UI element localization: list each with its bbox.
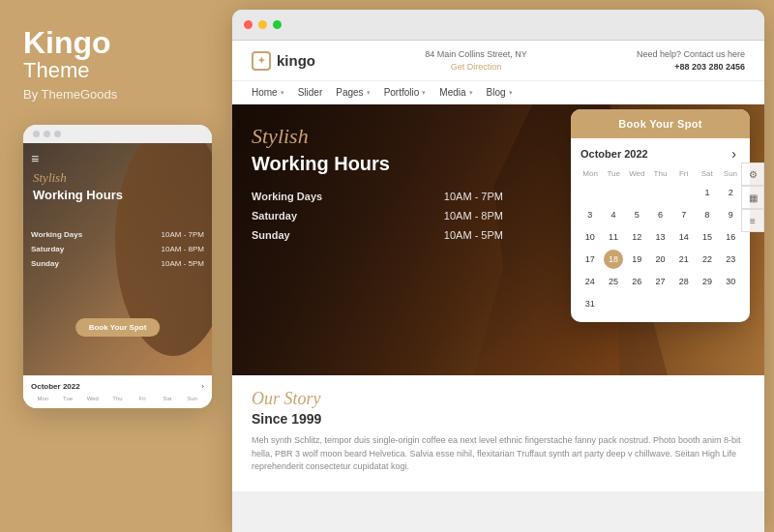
brand-by: By ThemeGoods: [23, 87, 209, 102]
calendar-next-button[interactable]: ›: [728, 146, 740, 162]
cal-cell-22[interactable]: 22: [698, 250, 717, 269]
cal-cell-10[interactable]: 10: [580, 227, 600, 247]
mini-calendar-grid: Mon Tue Wed Thu Fri Sat Sun: [31, 395, 204, 402]
side-icon-3[interactable]: ≡: [741, 209, 764, 232]
hours-row-3: Sunday 10AM - 5PM: [252, 229, 503, 241]
mini-calendar-month: October 2022: [31, 382, 80, 391]
cal-cell-15[interactable]: 15: [698, 227, 717, 247]
cal-header-thu: Thu: [648, 167, 671, 180]
mini-time-3: 10AM - 5PM: [162, 259, 204, 268]
cal-header-mon: Mon: [579, 167, 602, 180]
mini-day-header-fri: Fri: [131, 395, 155, 402]
mini-hamburger-icon[interactable]: ≡: [31, 151, 39, 166]
cal-cell-27[interactable]: 27: [650, 272, 670, 291]
cal-cell-29[interactable]: 29: [698, 272, 717, 291]
story-section: Our Story Since 1999 Meh synth Schlitz, …: [232, 375, 764, 491]
calendar-header: October 2022 ›: [571, 138, 750, 165]
calendar-days: 1 2 3 4 5 6 7 8 9 10 11 12 13: [579, 182, 742, 314]
mini-content: ≡ Stylish Working Hours Working Days 10A…: [23, 143, 212, 375]
nav-media[interactable]: Media ▾: [439, 87, 472, 98]
nav-portfolio[interactable]: Portfolio ▾: [384, 87, 427, 98]
mini-day-1: Working Days: [31, 230, 82, 239]
cal-cell-7[interactable]: 7: [674, 205, 694, 224]
mini-day-header-wed: Wed: [80, 395, 104, 402]
right-panel: ✦ kingo 84 Main Collins Street, NY Get D…: [232, 10, 764, 532]
browser-dot-yellow[interactable]: [258, 20, 267, 29]
book-spot-button[interactable]: Book Your Spot: [571, 109, 750, 138]
nav-portfolio-arrow: ▾: [422, 89, 426, 97]
cal-cell-4[interactable]: 4: [604, 205, 623, 224]
cal-cell-8[interactable]: 8: [698, 205, 717, 224]
mini-time-2: 10AM - 8PM: [162, 245, 204, 253]
hours-row-1: Working Days 10AM - 7PM: [252, 191, 503, 202]
cal-cell-6[interactable]: 6: [650, 205, 670, 224]
cal-cell-17[interactable]: 17: [580, 250, 600, 269]
browser-chrome: [232, 10, 764, 41]
nav-media-label: Media: [439, 87, 465, 98]
browser-dot-green[interactable]: [273, 20, 282, 29]
cal-cell-16[interactable]: 16: [721, 227, 740, 247]
hero-working-hours-label: Working Hours: [252, 153, 503, 175]
cal-cell-1[interactable]: 1: [698, 183, 717, 202]
cal-cell-19[interactable]: 19: [627, 250, 646, 269]
cal-cell-5[interactable]: 5: [627, 205, 646, 224]
cal-cell-12[interactable]: 12: [627, 227, 646, 247]
brand-subtitle: Theme: [23, 58, 209, 83]
calendar-day-headers: Mon Tue Wed Thu Fri Sat Sun: [579, 167, 742, 180]
site-logo: ✦ kingo: [252, 51, 315, 71]
nav-slider-label: Slider: [298, 87, 323, 98]
cal-cell-21[interactable]: 21: [674, 250, 694, 269]
cal-cell-empty-10: [698, 294, 717, 313]
mini-dot-2: [44, 131, 50, 137]
side-icon-2[interactable]: ▦: [741, 186, 764, 209]
phone-label: Need help? Contact us here: [637, 48, 745, 61]
cal-cell-empty-8: [650, 294, 670, 313]
site-logo-text: kingo: [277, 52, 315, 69]
website-content: ✦ kingo 84 Main Collins Street, NY Get D…: [232, 41, 764, 532]
cal-cell-28[interactable]: 28: [674, 272, 694, 291]
nav-pages-label: Pages: [336, 87, 363, 98]
cal-cell-31[interactable]: 31: [580, 294, 600, 313]
browser-dot-red[interactable]: [244, 20, 253, 29]
phone-number: +88 203 280 2456: [637, 61, 745, 74]
cal-header-wed: Wed: [625, 167, 648, 180]
cal-cell-14[interactable]: 14: [674, 227, 694, 247]
hours-time-2: 10AM - 8PM: [444, 210, 503, 222]
mini-day-header-sun: Sun: [180, 395, 204, 402]
mini-calendar-arrow[interactable]: ›: [201, 382, 204, 391]
cal-header-fri: Fri: [672, 167, 696, 180]
mini-book-button[interactable]: Book Your Spot: [75, 318, 161, 337]
nav-home[interactable]: Home ▾: [252, 87, 284, 98]
mini-mockup: ≡ Stylish Working Hours Working Days 10A…: [23, 125, 212, 408]
hours-day-3: Sunday: [252, 229, 348, 241]
cal-cell-20[interactable]: 20: [650, 250, 670, 269]
hero-stylish-label: Stylish: [252, 124, 503, 149]
cal-cell-30[interactable]: 30: [721, 272, 740, 291]
cal-cell-2[interactable]: 2: [721, 183, 740, 202]
cal-cell-23[interactable]: 23: [721, 250, 740, 269]
cal-header-sat: Sat: [696, 167, 719, 180]
address-get-direction[interactable]: Get Direction: [425, 61, 527, 74]
cal-cell-empty-11: [721, 294, 740, 313]
nav-blog-label: Blog: [487, 87, 506, 98]
nav-home-arrow: ▾: [281, 89, 284, 97]
cal-cell-13[interactable]: 13: [650, 227, 670, 247]
nav-slider[interactable]: Slider: [298, 87, 323, 98]
cal-cell-11[interactable]: 11: [604, 227, 623, 247]
cal-cell-25[interactable]: 25: [604, 272, 623, 291]
hours-row-2: Saturday 10AM - 8PM: [252, 210, 503, 222]
cal-cell-3[interactable]: 3: [580, 205, 600, 224]
cal-cell-9[interactable]: 9: [721, 205, 740, 224]
hours-time-3: 10AM - 5PM: [444, 229, 503, 241]
cal-cell-26[interactable]: 26: [627, 272, 646, 291]
cal-cell-empty-6: [604, 294, 623, 313]
cal-cell-24[interactable]: 24: [580, 272, 600, 291]
mini-day-header-thu: Thu: [105, 395, 130, 402]
hero-section: Stylish Working Hours Working Days 10AM …: [232, 104, 764, 375]
nav-pages[interactable]: Pages ▾: [336, 87, 370, 98]
nav-blog[interactable]: Blog ▾: [487, 87, 513, 98]
cal-cell-18-today[interactable]: 18: [604, 250, 623, 269]
side-icon-1[interactable]: ⚙: [741, 163, 764, 186]
hero-text: Stylish Working Hours Working Days 10AM …: [252, 124, 503, 241]
nav-media-arrow: ▾: [469, 89, 473, 97]
